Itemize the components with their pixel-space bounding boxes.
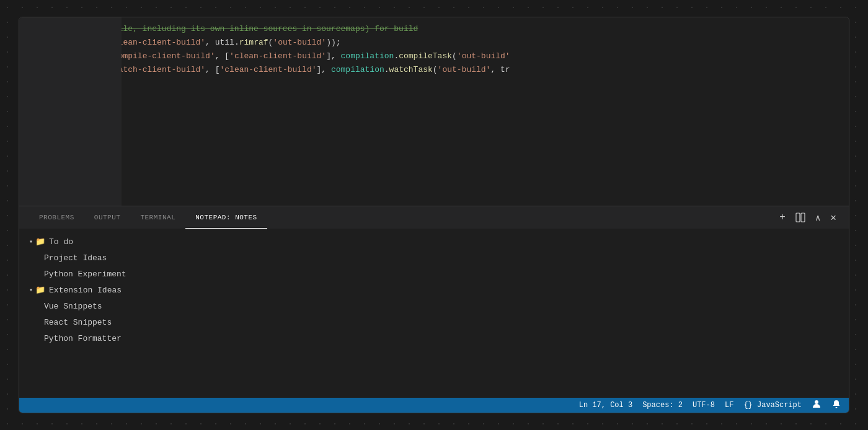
status-bar-right: Ln 17, Col 3 Spaces: 2 UTF-8 LF {} JavaS…	[579, 399, 841, 411]
panel-tabs: PROBLEMS OUTPUT TERMINAL NOTEPAD: NOTES …	[19, 206, 849, 229]
close-panel-button[interactable]: ✕	[828, 210, 839, 225]
split-panel-button[interactable]	[793, 211, 808, 224]
status-language[interactable]: {} JavaScript	[743, 401, 802, 410]
chevron-up-button[interactable]: ∧	[813, 211, 823, 224]
note-python-experiment[interactable]: Python Experiment	[19, 266, 849, 282]
code-line-24: gulp.task('watch-client-build', ['clean-…	[60, 63, 849, 77]
status-bar: Ln 17, Col 3 Spaces: 2 UTF-8 LF {} JavaS…	[19, 398, 849, 413]
folder-icon: 📁	[35, 285, 45, 295]
svg-rect-1	[801, 213, 805, 222]
code-line-26: // Default	[60, 90, 849, 104]
folder-label: Extension Ideas	[49, 286, 122, 295]
code-line-21: // task(compile, including its own inlin…	[60, 22, 849, 36]
sidebar	[19, 17, 122, 206]
folder-icon: 📁	[35, 237, 45, 247]
note-python-formatter[interactable]: Python Formatter	[19, 330, 849, 346]
account-icon[interactable]	[812, 399, 822, 411]
code-line-22: gulp.task('clean-client-build', util.rim…	[60, 36, 849, 50]
note-react-snippets[interactable]: React Snippets	[19, 314, 849, 330]
code-editor: 21 22 23 24 25 26 // task(compile, inclu…	[19, 17, 849, 206]
chevron-icon: ▾	[29, 286, 33, 294]
svg-point-2	[815, 400, 818, 404]
tab-output[interactable]: OUTPUT	[84, 206, 131, 229]
tab-terminal[interactable]: TERMINAL	[130, 206, 185, 229]
notepad-content[interactable]: ▾ 📁 To do Project Ideas Python Experimen…	[19, 229, 849, 398]
status-eol[interactable]: LF	[725, 401, 733, 410]
note-project-ideas[interactable]: Project Ideas	[19, 250, 849, 266]
folder-todo[interactable]: ▾ 📁 To do	[19, 234, 849, 250]
status-spaces[interactable]: Spaces: 2	[642, 401, 683, 410]
status-position[interactable]: Ln 17, Col 3	[579, 401, 632, 410]
note-vue-snippets[interactable]: Vue Snippets	[19, 298, 849, 314]
tab-notepad[interactable]: NOTEPAD: NOTES	[185, 206, 267, 229]
svg-rect-0	[796, 213, 800, 222]
vscode-window: 21 22 23 24 25 26 // task(compile, inclu…	[19, 17, 849, 413]
notification-icon[interactable]	[831, 399, 841, 411]
code-line-25	[60, 77, 849, 90]
code-content[interactable]: // task(compile, including its own inlin…	[50, 17, 849, 206]
folder-extension-ideas[interactable]: ▾ 📁 Extension Ideas	[19, 282, 849, 298]
code-line-23: gulp.task('compile-client-build', ['clea…	[60, 50, 849, 63]
chevron-icon: ▾	[29, 238, 33, 245]
status-encoding[interactable]: UTF-8	[693, 401, 715, 410]
panel-actions: + ∧ ✕	[777, 210, 839, 225]
folder-label: To do	[49, 237, 73, 247]
tab-problems[interactable]: PROBLEMS	[29, 206, 84, 229]
add-panel-button[interactable]: +	[777, 211, 788, 224]
panel-area: PROBLEMS OUTPUT TERMINAL NOTEPAD: NOTES …	[19, 206, 849, 398]
